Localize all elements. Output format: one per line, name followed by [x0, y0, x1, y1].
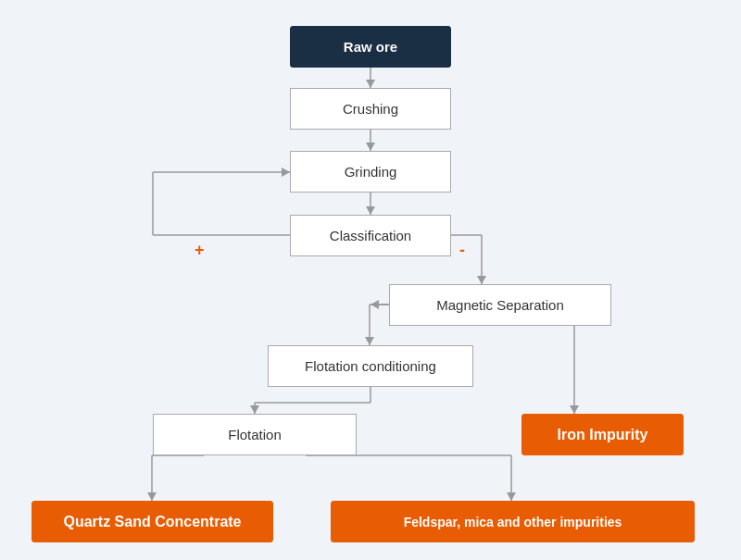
iron-impurity-label: Iron Impurity: [558, 427, 648, 443]
svg-marker-5: [366, 206, 375, 215]
svg-marker-19: [570, 405, 579, 414]
svg-marker-3: [366, 143, 375, 151]
flotation-label: Flotation: [228, 427, 282, 442]
svg-marker-14: [370, 300, 379, 309]
svg-marker-29: [507, 492, 516, 501]
grinding-box: Grinding: [290, 151, 451, 193]
crushing-label: Crushing: [343, 101, 398, 117]
raw-ore-label: Raw ore: [344, 39, 397, 55]
svg-marker-23: [250, 405, 259, 414]
svg-marker-26: [147, 492, 157, 501]
svg-marker-9: [282, 168, 290, 177]
feldspar-label: Feldspar, mica and other impurities: [404, 515, 622, 529]
crushing-box: Crushing: [290, 88, 451, 130]
quartz-sand-label: Quartz Sand Concentrate: [63, 514, 241, 530]
classification-label: Classification: [330, 228, 411, 243]
quartz-sand-box: Quartz Sand Concentrate: [31, 501, 273, 542]
flotation-box: Flotation: [153, 414, 357, 455]
raw-ore-box: Raw ore: [290, 26, 451, 68]
grinding-label: Grinding: [345, 164, 397, 180]
magnetic-separation-label: Magnetic Separation: [436, 297, 564, 313]
iron-impurity-box: Iron Impurity: [521, 414, 684, 455]
feldspar-box: Feldspar, mica and other impurities: [331, 501, 695, 542]
svg-marker-17: [365, 337, 374, 345]
flotation-conditioning-box: Flotation conditioning: [268, 345, 473, 387]
flotation-conditioning-label: Flotation conditioning: [305, 358, 436, 374]
magnetic-separation-box: Magnetic Separation: [389, 284, 611, 326]
classification-box: Classification: [290, 215, 451, 256]
svg-marker-1: [366, 80, 375, 88]
minus-label: -: [459, 241, 465, 260]
svg-marker-12: [477, 276, 486, 284]
flow-lines: [0, 0, 741, 560]
diagram: Raw ore Crushing Grinding Classification…: [0, 0, 741, 560]
plus-label: +: [195, 241, 205, 260]
